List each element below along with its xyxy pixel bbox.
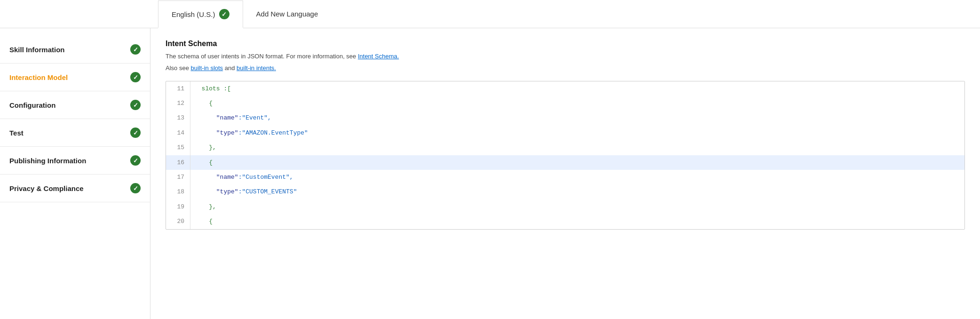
code-token: }, — [194, 144, 216, 151]
line-number-16: 16 — [166, 155, 190, 170]
code-token — [194, 129, 216, 136]
line-number-15: 15 — [166, 140, 190, 155]
code-token: "name" — [216, 114, 238, 121]
line-content-12: { — [190, 96, 964, 111]
section-desc-1: The schema of user intents in JSON forma… — [166, 52, 965, 62]
code-line-17: 17 "name":"CustomEvent", — [166, 170, 964, 184]
sidebar-item-configuration[interactable]: Configuration — [0, 91, 150, 119]
sidebar-check-test — [130, 128, 141, 138]
code-line-12: 12 { — [166, 96, 964, 111]
code-line-16: 16 { — [166, 155, 964, 170]
desc1-link[interactable]: Intent Schema. — [358, 53, 399, 60]
code-token: { — [194, 100, 213, 107]
section-title: Intent Schema — [166, 40, 965, 48]
line-content-15: }, — [190, 140, 964, 155]
code-line-19: 19 }, — [166, 199, 964, 214]
code-token: slots :[ — [194, 85, 231, 92]
sidebar-item-publishing-information[interactable]: Publishing Information — [0, 147, 150, 175]
tab-english-check-icon — [219, 9, 229, 19]
content-area: Intent Schema The schema of user intents… — [150, 28, 980, 319]
line-number-14: 14 — [166, 126, 190, 140]
line-number-20: 20 — [166, 214, 190, 229]
sidebar-item-privacy-compliance[interactable]: Privacy & Compliance — [0, 175, 150, 202]
code-line-15: 15 }, — [166, 140, 964, 155]
code-token: "type" — [216, 188, 238, 195]
code-token: "type" — [216, 129, 238, 136]
line-content-20: { — [190, 214, 964, 229]
tab-add-language-label: Add New Language — [256, 10, 318, 18]
sidebar-check-configuration — [130, 100, 141, 110]
sidebar: Skill Information Interaction Model Conf… — [0, 28, 150, 319]
line-number-19: 19 — [166, 199, 190, 214]
line-number-11: 11 — [166, 81, 190, 96]
sidebar-check-publishing-information — [130, 155, 141, 166]
line-content-18: "type":"CUSTOM_EVENTS" — [190, 184, 964, 199]
line-content-17: "name":"CustomEvent", — [190, 170, 964, 184]
code-line-20: 20 { — [166, 214, 964, 229]
sidebar-label-publishing-information: Publishing Information — [9, 157, 86, 165]
tab-english[interactable]: English (U.S.) — [158, 0, 243, 28]
code-token — [194, 174, 216, 181]
code-line-13: 13 "name":"Event", — [166, 111, 964, 125]
line-number-17: 17 — [166, 170, 190, 184]
code-editor[interactable]: 11 slots :[12 {13 "name":"Event",14 "typ… — [166, 81, 965, 230]
line-number-18: 18 — [166, 184, 190, 199]
sidebar-label-configuration: Configuration — [9, 101, 55, 109]
app-container: English (U.S.) Add New Language Skill In… — [0, 0, 980, 319]
code-line-14: 14 "type":"AMAZON.EventType" — [166, 126, 964, 140]
tab-bar: English (U.S.) Add New Language — [0, 0, 980, 28]
sidebar-label-interaction-model: Interaction Model — [9, 73, 68, 81]
code-line-11: 11 slots :[ — [166, 81, 964, 96]
code-line-18: 18 "type":"CUSTOM_EVENTS" — [166, 184, 964, 199]
line-content-19: }, — [190, 199, 964, 214]
code-token: :"CustomEvent", — [238, 174, 293, 181]
sidebar-check-interaction-model — [130, 72, 141, 82]
sidebar-item-test[interactable]: Test — [0, 119, 150, 147]
sidebar-label-skill-information: Skill Information — [9, 46, 65, 54]
sidebar-check-skill-information — [130, 44, 141, 55]
sidebar-item-interaction-model[interactable]: Interaction Model — [0, 64, 150, 91]
tab-add-language[interactable]: Add New Language — [243, 0, 332, 28]
sidebar-item-skill-information[interactable]: Skill Information — [0, 36, 150, 64]
code-token: { — [194, 218, 213, 225]
desc1-text: The schema of user intents in JSON forma… — [166, 53, 358, 60]
section-desc-2: Also see built-in slots and built-in int… — [166, 64, 965, 73]
code-token: { — [194, 159, 213, 166]
desc2-link2[interactable]: built-in intents. — [237, 64, 276, 72]
line-content-16: { — [190, 155, 964, 170]
line-content-14: "type":"AMAZON.EventType" — [190, 126, 964, 140]
line-content-11: slots :[ — [190, 81, 964, 96]
code-token: "name" — [216, 174, 238, 181]
desc2-text: Also see — [166, 64, 190, 72]
sidebar-label-test: Test — [9, 129, 24, 137]
desc2-and: and — [223, 64, 237, 72]
code-token: }, — [194, 203, 216, 210]
code-token: :"AMAZON.EventType" — [238, 129, 308, 136]
code-token — [194, 114, 216, 121]
code-token — [194, 188, 216, 195]
sidebar-check-privacy-compliance — [130, 183, 141, 193]
code-token: :"CUSTOM_EVENTS" — [238, 188, 297, 195]
desc2-link1[interactable]: built-in slots — [190, 64, 223, 72]
tab-english-label: English (U.S.) — [172, 10, 215, 18]
sidebar-label-privacy-compliance: Privacy & Compliance — [9, 184, 84, 192]
line-number-13: 13 — [166, 111, 190, 125]
line-content-13: "name":"Event", — [190, 111, 964, 125]
main-layout: Skill Information Interaction Model Conf… — [0, 28, 980, 319]
code-token: :"Event", — [238, 114, 271, 121]
line-number-12: 12 — [166, 96, 190, 111]
